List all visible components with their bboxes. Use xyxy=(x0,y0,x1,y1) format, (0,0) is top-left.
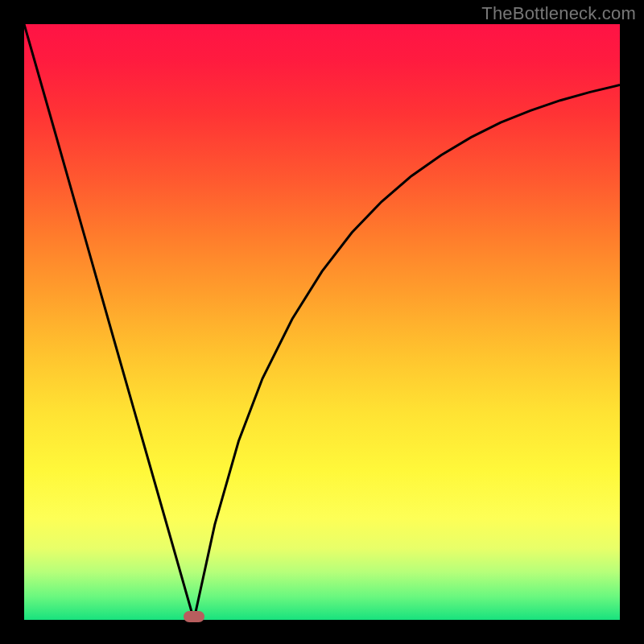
chart-frame: TheBottleneck.com xyxy=(0,0,644,644)
curve-right-branch xyxy=(194,85,620,621)
plot-area xyxy=(24,24,620,620)
watermark-text: TheBottleneck.com xyxy=(481,3,636,24)
curve-left-branch xyxy=(24,24,194,620)
minimum-marker xyxy=(184,611,204,622)
curve-svg xyxy=(24,24,620,620)
